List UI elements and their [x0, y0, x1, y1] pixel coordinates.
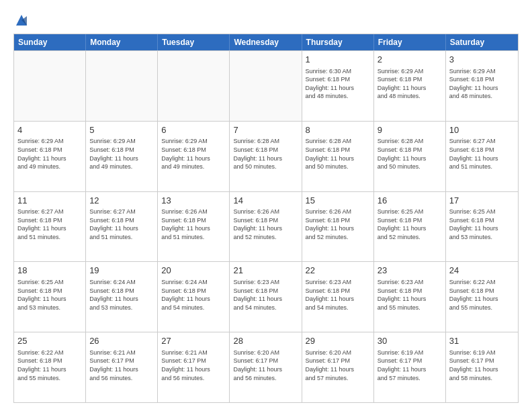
- day-number: 15: [306, 195, 370, 207]
- day-info: Sunrise: 6:25 AM Sunset: 6:18 PM Dayligh…: [378, 208, 442, 241]
- day-number: 30: [378, 335, 442, 347]
- cal-cell: 9Sunrise: 6:28 AM Sunset: 6:18 PM Daylig…: [374, 122, 446, 191]
- day-header-sunday: Sunday: [14, 34, 86, 50]
- day-header-tuesday: Tuesday: [158, 34, 230, 50]
- day-number: 23: [378, 265, 442, 277]
- day-number: 8: [306, 124, 370, 136]
- day-info: Sunrise: 6:29 AM Sunset: 6:18 PM Dayligh…: [378, 67, 442, 101]
- cal-cell: 1Sunrise: 6:30 AM Sunset: 6:18 PM Daylig…: [302, 51, 374, 121]
- day-info: Sunrise: 6:26 AM Sunset: 6:18 PM Dayligh…: [306, 208, 370, 241]
- day-header-friday: Friday: [374, 34, 446, 50]
- cal-cell: 13Sunrise: 6:26 AM Sunset: 6:18 PM Dayli…: [158, 192, 230, 262]
- cal-cell: [86, 51, 158, 121]
- day-info: Sunrise: 6:29 AM Sunset: 6:18 PM Dayligh…: [89, 137, 154, 171]
- cal-cell: [158, 51, 230, 121]
- day-info: Sunrise: 6:25 AM Sunset: 6:18 PM Dayligh…: [449, 208, 515, 241]
- cal-cell: 28Sunrise: 6:20 AM Sunset: 6:17 PM Dayli…: [230, 332, 302, 402]
- day-number: 12: [89, 195, 154, 207]
- day-number: 18: [17, 265, 82, 277]
- cal-cell: 25Sunrise: 6:22 AM Sunset: 6:18 PM Dayli…: [14, 332, 86, 402]
- calendar-header: SundayMondayTuesdayWednesdayThursdayFrid…: [14, 34, 518, 50]
- day-header-wednesday: Wednesday: [230, 34, 302, 50]
- day-info: Sunrise: 6:19 AM Sunset: 6:17 PM Dayligh…: [449, 349, 515, 382]
- day-number: 11: [17, 195, 82, 207]
- cal-cell: 11Sunrise: 6:27 AM Sunset: 6:18 PM Dayli…: [14, 192, 86, 262]
- cal-cell: 18Sunrise: 6:25 AM Sunset: 6:18 PM Dayli…: [14, 262, 86, 332]
- cal-cell: 16Sunrise: 6:25 AM Sunset: 6:18 PM Dayli…: [374, 192, 446, 262]
- day-number: 21: [233, 265, 298, 277]
- day-number: 10: [449, 124, 515, 136]
- cal-cell: 5Sunrise: 6:29 AM Sunset: 6:18 PM Daylig…: [86, 122, 158, 191]
- cal-cell: 3Sunrise: 6:29 AM Sunset: 6:18 PM Daylig…: [446, 51, 518, 121]
- day-number: 17: [449, 195, 515, 207]
- day-info: Sunrise: 6:27 AM Sunset: 6:18 PM Dayligh…: [17, 208, 82, 241]
- day-info: Sunrise: 6:29 AM Sunset: 6:18 PM Dayligh…: [17, 137, 82, 171]
- day-info: Sunrise: 6:28 AM Sunset: 6:18 PM Dayligh…: [378, 137, 442, 171]
- day-header-monday: Monday: [86, 34, 158, 50]
- cal-cell: 7Sunrise: 6:28 AM Sunset: 6:18 PM Daylig…: [230, 122, 302, 191]
- cal-cell: 31Sunrise: 6:19 AM Sunset: 6:17 PM Dayli…: [446, 332, 518, 402]
- cal-cell: 8Sunrise: 6:28 AM Sunset: 6:18 PM Daylig…: [302, 122, 374, 191]
- day-number: 3: [449, 54, 515, 66]
- day-number: 9: [378, 124, 442, 136]
- day-number: 31: [449, 335, 515, 347]
- cal-cell: 4Sunrise: 6:29 AM Sunset: 6:18 PM Daylig…: [14, 122, 86, 191]
- cal-cell: 6Sunrise: 6:29 AM Sunset: 6:18 PM Daylig…: [158, 122, 230, 191]
- day-number: 1: [306, 54, 370, 66]
- cal-cell: 12Sunrise: 6:27 AM Sunset: 6:18 PM Dayli…: [86, 192, 158, 262]
- day-info: Sunrise: 6:23 AM Sunset: 6:18 PM Dayligh…: [378, 278, 442, 312]
- day-number: 7: [233, 124, 298, 136]
- week-row-4: 18Sunrise: 6:25 AM Sunset: 6:18 PM Dayli…: [14, 261, 518, 332]
- day-info: Sunrise: 6:25 AM Sunset: 6:18 PM Dayligh…: [17, 278, 82, 312]
- cal-cell: 22Sunrise: 6:23 AM Sunset: 6:18 PM Dayli…: [302, 262, 374, 332]
- day-info: Sunrise: 6:29 AM Sunset: 6:18 PM Dayligh…: [449, 67, 515, 101]
- header: [13, 11, 519, 27]
- cal-cell: 24Sunrise: 6:22 AM Sunset: 6:18 PM Dayli…: [446, 262, 518, 332]
- day-info: Sunrise: 6:22 AM Sunset: 6:18 PM Dayligh…: [449, 278, 515, 312]
- day-info: Sunrise: 6:30 AM Sunset: 6:18 PM Dayligh…: [306, 67, 370, 101]
- day-info: Sunrise: 6:28 AM Sunset: 6:18 PM Dayligh…: [306, 137, 370, 171]
- day-number: 2: [378, 54, 442, 66]
- cal-cell: 26Sunrise: 6:21 AM Sunset: 6:17 PM Dayli…: [86, 332, 158, 402]
- day-number: 19: [89, 265, 154, 277]
- cal-cell: 20Sunrise: 6:24 AM Sunset: 6:18 PM Dayli…: [158, 262, 230, 332]
- cal-cell: 17Sunrise: 6:25 AM Sunset: 6:18 PM Dayli…: [446, 192, 518, 262]
- day-number: 29: [306, 335, 370, 347]
- cal-cell: 10Sunrise: 6:27 AM Sunset: 6:18 PM Dayli…: [446, 122, 518, 191]
- day-number: 27: [161, 335, 226, 347]
- day-info: Sunrise: 6:24 AM Sunset: 6:18 PM Dayligh…: [89, 278, 154, 312]
- cal-cell: 29Sunrise: 6:20 AM Sunset: 6:17 PM Dayli…: [302, 332, 374, 402]
- cal-cell: 19Sunrise: 6:24 AM Sunset: 6:18 PM Dayli…: [86, 262, 158, 332]
- day-info: Sunrise: 6:26 AM Sunset: 6:18 PM Dayligh…: [233, 208, 298, 241]
- day-info: Sunrise: 6:19 AM Sunset: 6:17 PM Dayligh…: [378, 349, 442, 382]
- day-number: 6: [161, 124, 226, 136]
- day-info: Sunrise: 6:23 AM Sunset: 6:18 PM Dayligh…: [306, 278, 370, 312]
- cal-cell: 30Sunrise: 6:19 AM Sunset: 6:17 PM Dayli…: [374, 332, 446, 402]
- day-info: Sunrise: 6:26 AM Sunset: 6:18 PM Dayligh…: [161, 208, 226, 241]
- day-number: 25: [17, 335, 82, 347]
- day-info: Sunrise: 6:27 AM Sunset: 6:18 PM Dayligh…: [89, 208, 154, 241]
- cal-cell: 23Sunrise: 6:23 AM Sunset: 6:18 PM Dayli…: [374, 262, 446, 332]
- day-number: 20: [161, 265, 226, 277]
- week-row-1: 1Sunrise: 6:30 AM Sunset: 6:18 PM Daylig…: [14, 50, 518, 121]
- cal-cell: [14, 51, 86, 121]
- cal-cell: 14Sunrise: 6:26 AM Sunset: 6:18 PM Dayli…: [230, 192, 302, 262]
- day-number: 4: [17, 124, 82, 136]
- cal-cell: 2Sunrise: 6:29 AM Sunset: 6:18 PM Daylig…: [374, 51, 446, 121]
- cal-cell: 27Sunrise: 6:21 AM Sunset: 6:17 PM Dayli…: [158, 332, 230, 402]
- page: SundayMondayTuesdayWednesdayThursdayFrid…: [0, 0, 532, 411]
- cal-cell: 21Sunrise: 6:23 AM Sunset: 6:18 PM Dayli…: [230, 262, 302, 332]
- day-info: Sunrise: 6:23 AM Sunset: 6:18 PM Dayligh…: [233, 278, 298, 312]
- day-info: Sunrise: 6:24 AM Sunset: 6:18 PM Dayligh…: [161, 278, 226, 312]
- day-header-saturday: Saturday: [446, 34, 518, 50]
- logo: [13, 13, 28, 27]
- calendar-body: 1Sunrise: 6:30 AM Sunset: 6:18 PM Daylig…: [14, 50, 518, 402]
- cal-cell: [230, 51, 302, 121]
- day-number: 26: [89, 335, 154, 347]
- day-info: Sunrise: 6:20 AM Sunset: 6:17 PM Dayligh…: [233, 349, 298, 382]
- day-info: Sunrise: 6:28 AM Sunset: 6:18 PM Dayligh…: [233, 137, 298, 171]
- day-number: 22: [306, 265, 370, 277]
- day-number: 13: [161, 195, 226, 207]
- cal-cell: 15Sunrise: 6:26 AM Sunset: 6:18 PM Dayli…: [302, 192, 374, 262]
- day-info: Sunrise: 6:21 AM Sunset: 6:17 PM Dayligh…: [89, 349, 154, 382]
